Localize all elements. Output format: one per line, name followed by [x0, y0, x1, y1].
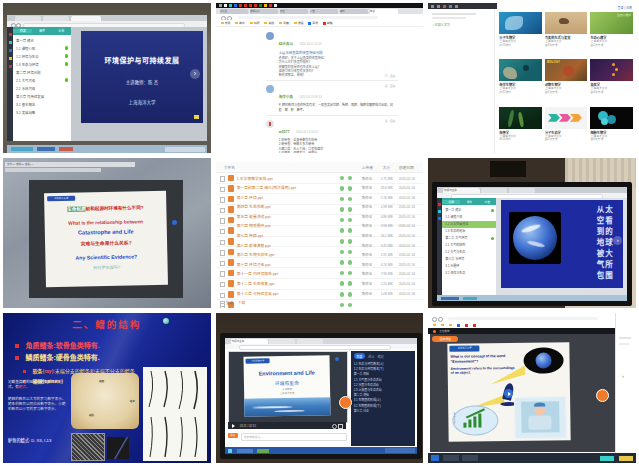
app-icon[interactable]	[9, 65, 12, 68]
favicon[interactable]	[234, 4, 237, 7]
favicon[interactable]	[259, 4, 262, 7]
username[interactable]: w2577	[279, 130, 290, 134]
course-card[interactable]: BIOLOGY 动物生物学 上海海洋大学 第5次开课	[545, 59, 588, 103]
download-icon[interactable]	[348, 260, 353, 265]
app-icon[interactable]	[438, 203, 441, 206]
bookmark-item[interactable]: 常用	[221, 21, 231, 25]
select-all-label[interactable]: 全选	[226, 300, 234, 305]
row-checkbox[interactable]	[220, 240, 226, 246]
toolbar-icon[interactable]	[443, 5, 446, 8]
preview-icon[interactable]	[340, 218, 345, 223]
collapse-panel-chevron[interactable]: ›	[622, 373, 624, 379]
thumb-course-player-title-slide[interactable]: 目录 课件 公告 第一章 绪论 1.1 课程介绍 1.2 环境与生命 1.3 生…	[3, 3, 211, 153]
favicon[interactable]	[254, 4, 257, 7]
video-play-button[interactable]	[504, 389, 513, 398]
bookmark-site-icon[interactable]	[465, 324, 468, 327]
favicon[interactable]	[224, 4, 227, 7]
select-all-checkbox[interactable]	[220, 301, 226, 307]
thumb-video-player-photo[interactable]: 环境与生命 上海海洋大学 Environment and Life 环境与生命 …	[216, 313, 424, 463]
folder-icon[interactable]	[449, 324, 452, 327]
url-field[interactable]	[238, 16, 378, 19]
tab-directory[interactable]: 目录	[442, 200, 460, 204]
taskbar-segment[interactable]	[37, 147, 55, 151]
favicon[interactable]	[269, 4, 272, 7]
row-checkbox[interactable]	[220, 218, 226, 224]
favicon[interactable]	[249, 4, 252, 7]
course-card[interactable]: 分子生物学 上海海洋大学 共16课时	[499, 12, 542, 56]
taskbar-segment[interactable]	[237, 449, 253, 453]
post-actions[interactable]: #1 · 回复	[384, 74, 395, 78]
next-slide-button[interactable]: ›	[613, 236, 622, 245]
row-checkbox[interactable]	[220, 250, 226, 256]
url-field[interactable]	[448, 317, 598, 320]
toolbar-icon[interactable]	[437, 5, 440, 8]
app-icon[interactable]	[9, 49, 12, 52]
start-icon[interactable]	[228, 449, 232, 453]
thumb-course-catalog[interactable]: √ 已加入学习 登录 | 注册 分子生物学 上海海洋大学 共16课时 鸟类的生活…	[428, 3, 636, 153]
folder-icon[interactable]	[441, 324, 444, 327]
row-checkbox[interactable]	[220, 282, 226, 288]
play-icon[interactable]	[232, 424, 235, 428]
thumb-projected-slide[interactable]: 文件(F) 编辑(E) 查看(V) 上海海洋大学 生命起源前和起源时环境有什么不…	[3, 158, 211, 308]
preview-icon[interactable]	[340, 176, 345, 181]
download-icon[interactable]	[348, 207, 353, 212]
preview-icon[interactable]	[340, 239, 345, 244]
bookmark-item[interactable]: 词典	[279, 21, 289, 25]
tab-directory[interactable]: 目录	[13, 29, 32, 33]
account-links[interactable]: 登录 | 注册	[618, 6, 632, 10]
thumb-environment-concept-photo[interactable]: ☆ 正在播放 回到课程 上海海洋大学 What is our concept o…	[428, 313, 636, 463]
start-icon[interactable]	[431, 455, 439, 461]
next-slide-button[interactable]: ›	[190, 69, 200, 79]
browser-tab-active[interactable]: 考试	[370, 9, 398, 14]
comment-input[interactable]: 发表我的评论…	[241, 433, 347, 441]
browser-tab[interactable]: 课程论坛	[250, 9, 278, 14]
row-checkbox[interactable]	[220, 208, 226, 214]
thumb-earth-slide-photo[interactable]: 环境与生命 目录 课件 公告 第一章 绪论 1.1 课程介绍 1.2 从太空看	[428, 158, 636, 308]
favicon[interactable]	[239, 4, 242, 7]
download-selected-link[interactable]: 下载	[238, 300, 246, 305]
row-checkbox[interactable]	[220, 261, 226, 267]
folder-icon[interactable]	[433, 324, 436, 327]
favicon[interactable]	[229, 4, 232, 7]
preview-icon[interactable]	[340, 197, 345, 202]
settings-icon[interactable]	[332, 424, 337, 429]
fullscreen-icon[interactable]	[338, 424, 343, 429]
preview-icon[interactable]	[340, 228, 345, 233]
thumb-fin-structure-slide[interactable]: 二、鳍的结构 角质鳍条:软骨鱼类特有. 鳞质鳍条:硬骨鱼类特有. 软条(ray)…	[3, 313, 211, 463]
preview-icon[interactable]	[340, 260, 345, 265]
filename-column[interactable]: 1 本学期教学安排.ppt 第一章和第二章 绪论(两次课用).ppt 第三章 环…	[237, 175, 337, 300]
lesson-list[interactable]: 1.1 生命与环境概述(上) 1.2 生命与环境概述(下) 第一章 测验 2.1…	[354, 362, 412, 414]
browser-tab[interactable]: 讨论区	[220, 9, 248, 14]
row-checkbox[interactable]	[220, 271, 226, 277]
thumb-forum-thread[interactable]: 讨论区 课程论坛 作业 公告 资料 考试 常用 教学 科研 视频 词典 课程 慕…	[216, 3, 424, 153]
favicon[interactable]	[244, 4, 247, 7]
download-icon[interactable]	[348, 218, 353, 223]
note-icon[interactable]	[194, 115, 199, 119]
tab-courseware[interactable]: 课件	[460, 200, 478, 204]
download-icon[interactable]	[348, 281, 353, 286]
chapter-tree[interactable]: 第一章 绪论 1.1 课程介绍 1.2 环境与生命 1.3 生态与环境 第二章 …	[16, 37, 66, 117]
taskbar-segment[interactable]	[462, 455, 478, 461]
help-fab[interactable]	[339, 396, 352, 409]
username[interactable]: 海洋小鱼	[279, 95, 293, 99]
tab-handout[interactable]: 讲义	[368, 354, 374, 359]
avatar[interactable]	[266, 85, 274, 93]
favicon[interactable]	[219, 4, 222, 7]
tab-notes[interactable]: 笔记	[377, 354, 383, 359]
course-card[interactable]: 细胞生物学 上海海洋大学 第6次开课	[590, 107, 633, 151]
thumb-file-list[interactable]: 文件名 上传者 大小 创建日期 1 本学期教学安排.ppt 第一章和第二章 绪论…	[216, 158, 424, 308]
app-icon[interactable]	[438, 210, 441, 213]
taskbar-segment[interactable]	[59, 147, 73, 151]
post-actions[interactable]: 赞 · 回复	[385, 84, 396, 88]
favicon[interactable]	[264, 4, 267, 7]
course-card[interactable]: 鸟类的生活与鉴赏 上海海洋大学 第3次开课	[545, 12, 588, 56]
toolbar-icon[interactable]	[431, 5, 434, 8]
row-checkbox[interactable]	[220, 229, 226, 235]
bookmark-site-icon[interactable]	[473, 324, 476, 327]
download-icon[interactable]	[348, 250, 353, 255]
tab-notice[interactable]: 公告	[478, 200, 496, 204]
chapter-tree[interactable]: 第一章 绪论 1.1 课程介绍 1.2 从太空看地球 1.3 生命的起源 第二章…	[445, 207, 493, 277]
download-icon[interactable]	[348, 239, 353, 244]
preview-icon[interactable]	[340, 250, 345, 255]
post-actions[interactable]: 赞 · 回复	[385, 119, 396, 123]
